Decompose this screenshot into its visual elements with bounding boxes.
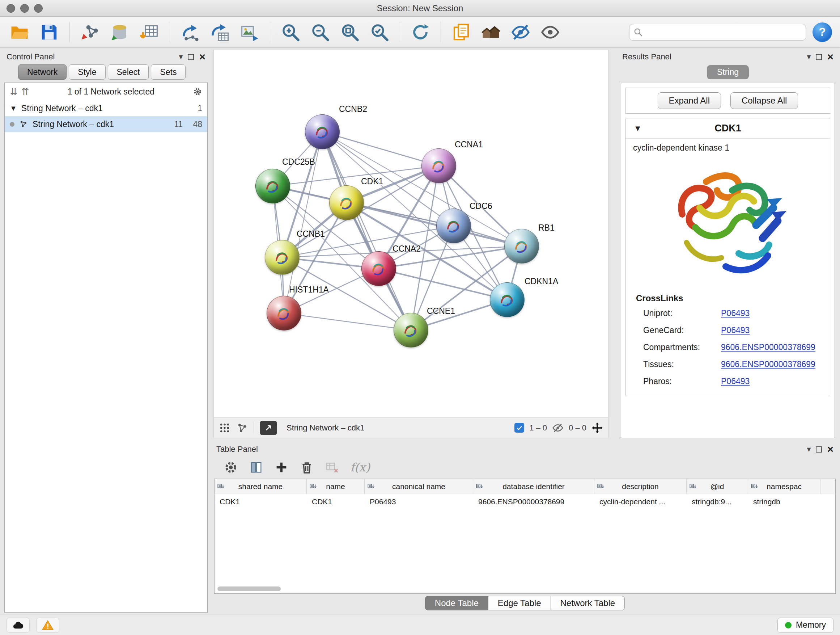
table-cell[interactable]: CDK1 — [215, 494, 307, 509]
table-tab-node-table[interactable]: Node Table — [425, 596, 488, 610]
network-node-CCNB1[interactable] — [265, 240, 300, 275]
network-node-CCNE1[interactable] — [393, 313, 428, 348]
export-table-icon[interactable] — [208, 21, 232, 44]
delete-row-icon[interactable] — [300, 460, 314, 475]
network-node-HIST1H1A[interactable] — [267, 296, 302, 331]
pan-move-icon[interactable] — [592, 422, 603, 434]
network-collection-row[interactable]: ▼ String Network – cdk1 1 — [5, 100, 207, 116]
control-tab-style[interactable]: Style — [69, 65, 105, 80]
network-node-CCNA2[interactable] — [362, 251, 396, 286]
duplicate-snapshot-icon[interactable] — [450, 21, 473, 44]
horizontal-scrollbar[interactable] — [218, 586, 281, 591]
open-session-icon[interactable] — [8, 21, 31, 44]
add-row-icon[interactable] — [274, 460, 289, 475]
help-icon[interactable]: ? — [813, 22, 832, 42]
column-header-canonical-name[interactable]: canonical name — [365, 479, 473, 494]
show-columns-icon[interactable] — [249, 460, 264, 475]
collapse-entry-icon[interactable]: ▼ — [634, 124, 655, 133]
export-image-icon[interactable] — [238, 21, 261, 44]
expand-all-button[interactable]: Expand All — [658, 92, 721, 109]
column-header--id[interactable]: @id — [687, 479, 748, 494]
table-cell[interactable]: stringdb:9... — [687, 494, 748, 509]
expand-all-icon[interactable]: ⇈ — [21, 87, 29, 96]
control-tab-select[interactable]: Select — [108, 65, 149, 80]
status-bar: Memory — [0, 615, 840, 635]
collapse-all-button[interactable]: Collapse All — [730, 92, 798, 109]
column-header-namespac[interactable]: namespac — [748, 479, 821, 494]
network-node-CDC6[interactable] — [436, 209, 471, 243]
grid-view-icon[interactable] — [219, 422, 231, 434]
network-node-CCNB2[interactable] — [305, 114, 340, 149]
birds-eye-panels-icon[interactable] — [479, 21, 502, 44]
gene-description: cyclin-dependent kinase 1 — [626, 139, 830, 153]
crosslink-link[interactable]: 9606.ENSP00000378699 — [721, 342, 830, 352]
zoom-in-icon[interactable] — [279, 21, 302, 44]
apply-layout-icon[interactable] — [409, 21, 432, 44]
function-builder-icon[interactable]: f(x) — [350, 461, 370, 474]
column-header-description[interactable]: description — [594, 479, 687, 494]
open-in-new-window-icon[interactable] — [260, 421, 277, 435]
network-node-CDKN1A[interactable] — [490, 282, 524, 317]
window-title: Session: New Session — [0, 3, 840, 13]
panel-menu-icon[interactable]: ▾ — [807, 53, 811, 61]
network-row-selected[interactable]: String Network – cdk1 11 48 — [5, 116, 207, 132]
network-list-icon[interactable] — [236, 422, 248, 434]
crosslink-link[interactable]: 9606.ENSP00000378699 — [721, 359, 830, 369]
column-header-name[interactable]: name — [307, 479, 365, 494]
hide-selected-eye-slash-icon[interactable] — [509, 21, 532, 44]
crosslink-link[interactable]: P06493 — [721, 377, 830, 386]
zoom-out-icon[interactable] — [309, 21, 332, 44]
table-row[interactable]: CDK1CDK1P064939606.ENSP00000378699cyclin… — [215, 494, 835, 509]
panel-close-icon[interactable]: × — [199, 51, 205, 62]
column-header-database-identifier[interactable]: database identifier — [473, 479, 594, 494]
gear-icon[interactable] — [193, 87, 202, 96]
tree-expand-icon[interactable]: ▼ — [10, 104, 17, 112]
panel-float-icon[interactable] — [816, 54, 822, 60]
table-cell[interactable]: CDK1 — [307, 494, 365, 509]
network-node-CDC25B[interactable] — [256, 169, 290, 203]
export-network-icon[interactable] — [179, 21, 202, 44]
zoom-selected-icon[interactable] — [368, 21, 391, 44]
panel-float-icon[interactable] — [816, 447, 822, 453]
import-table-from-file-icon[interactable] — [138, 21, 161, 44]
import-network-from-file-icon[interactable] — [79, 21, 102, 44]
cloud-icon[interactable] — [6, 618, 30, 633]
table-tab-edge-table[interactable]: Edge Table — [488, 596, 551, 610]
import-network-from-database-icon[interactable] — [108, 21, 131, 44]
memory-button[interactable]: Memory — [777, 618, 834, 633]
panel-close-icon[interactable]: × — [827, 444, 834, 455]
hidden-eye-slash-icon[interactable] — [552, 422, 564, 434]
tab-string[interactable]: String — [707, 65, 749, 79]
network-node-CCNA1[interactable] — [422, 149, 456, 183]
gene-entry-header[interactable]: ▼ CDK1 — [626, 119, 830, 139]
table-gear-icon[interactable] — [224, 460, 238, 475]
table-header-row: shared namenamecanonical namedatabase id… — [215, 479, 835, 494]
panel-float-icon[interactable] — [188, 54, 194, 60]
network-canvas[interactable]: CCNB2CCNA1CDC25BCDK1CDC6RB1CCNB1CCNA2CDK… — [213, 50, 608, 418]
network-node-CDK1[interactable] — [329, 185, 364, 220]
selected-checkbox-icon[interactable] — [515, 423, 524, 432]
crosslink-label: Uniprot: — [643, 309, 721, 318]
collapse-all-icon[interactable]: ⇊ — [10, 87, 18, 96]
network-node-RB1[interactable] — [504, 229, 539, 264]
control-tab-sets[interactable]: Sets — [151, 65, 186, 80]
control-tab-network[interactable]: Network — [18, 65, 66, 80]
table-tab-network-table[interactable]: Network Table — [551, 596, 625, 610]
table-cell[interactable]: stringdb — [748, 494, 821, 509]
save-session-icon[interactable] — [38, 21, 61, 44]
column-header-shared-name[interactable]: shared name — [215, 479, 307, 494]
zoom-fit-icon[interactable] — [338, 21, 362, 44]
table-cell[interactable]: cyclin-dependent ... — [594, 494, 687, 509]
crosslink-link[interactable]: P06493 — [721, 309, 830, 318]
network-tree-panel: ⇊ ⇈ 1 of 1 Network selected ▼ String Net… — [4, 82, 208, 613]
show-all-eye-icon[interactable] — [538, 21, 562, 44]
results-content: Expand All Collapse All ▼ CDK1 cyclin-de… — [621, 83, 835, 438]
table-cell[interactable]: 9606.ENSP00000378699 — [473, 494, 594, 509]
search-input[interactable] — [629, 24, 806, 41]
panel-menu-icon[interactable]: ▾ — [179, 53, 183, 61]
table-cell[interactable]: P06493 — [365, 494, 473, 509]
panel-menu-icon[interactable]: ▾ — [807, 445, 811, 453]
panel-close-icon[interactable]: × — [827, 51, 834, 62]
warning-icon[interactable] — [36, 618, 59, 633]
crosslink-link[interactable]: P06493 — [721, 325, 830, 335]
